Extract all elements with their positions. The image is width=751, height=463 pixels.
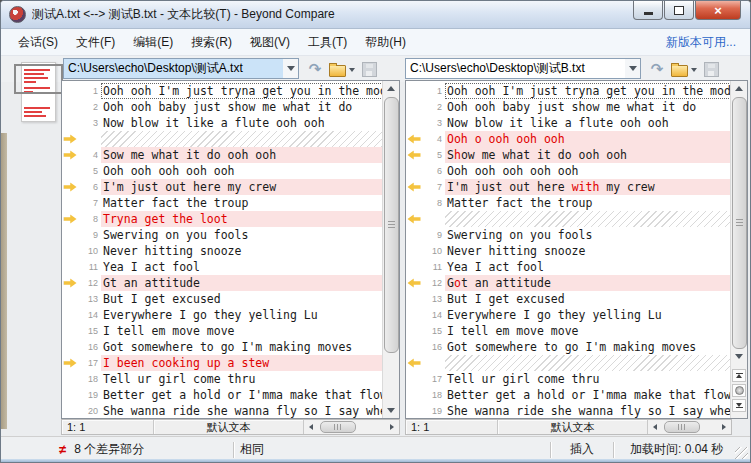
code-line[interactable]: 2Ooh ooh baby just show me what it do (62, 99, 383, 115)
new-version-link[interactable]: 新版本可用... (666, 34, 742, 51)
left-path-dropdown-button[interactable] (283, 59, 298, 78)
scrollbar-thumb[interactable] (384, 97, 399, 353)
line-text: Never hitting snooze (101, 243, 383, 259)
code-line[interactable]: 20She wanna ride she wanna fly so I say … (62, 403, 383, 418)
arrow-cell (406, 323, 422, 339)
code-line[interactable]: 3Now blow it like a flute ooh ooh (62, 115, 383, 131)
right-save-button[interactable] (701, 59, 721, 79)
right-vertical-scrollbar[interactable] (730, 81, 747, 418)
menu-view[interactable]: 视图(V) (241, 30, 299, 55)
left-browse-dropdown[interactable] (347, 65, 356, 74)
right-browse-dropdown[interactable] (689, 65, 698, 74)
code-line[interactable]: 13But I get excused (62, 291, 383, 307)
code-line[interactable]: 1Ooh ooh I'm just tryna get you in the m… (62, 83, 383, 99)
code-line[interactable]: 4Sow me what it do ooh ooh (62, 147, 383, 163)
minimize-button[interactable] (633, 1, 663, 20)
line-number: 8 (422, 195, 445, 211)
code-line[interactable]: 18Tell ur girl come thru (62, 371, 383, 387)
chevron-down-icon (629, 66, 637, 71)
menu-session[interactable]: 会话(S) (9, 30, 67, 55)
text-segment: I'm just out here (447, 180, 572, 194)
minimap-viewport[interactable] (14, 64, 63, 94)
code-line[interactable]: 19Better get a hold or I'mma make that f… (62, 387, 383, 403)
scroll-up-button[interactable] (383, 81, 399, 96)
scroll-down-button[interactable] (731, 349, 747, 364)
code-line[interactable]: 10Never hitting snooze (406, 243, 731, 259)
code-line[interactable]: 3Now blow it like a flute ooh ooh (406, 115, 731, 131)
menu-edit[interactable]: 编辑(E) (124, 30, 182, 55)
left-swap-button[interactable]: ↷ (305, 59, 325, 79)
code-line[interactable]: 9Swerving on you fools (62, 227, 383, 243)
next-difference-button[interactable] (732, 399, 746, 412)
code-line[interactable]: 11Yea I act fool (62, 259, 383, 275)
code-line[interactable]: 8Tryna get the loot (62, 211, 383, 227)
arrow-cell (406, 307, 422, 323)
code-line[interactable]: 12Gt an attitude (62, 275, 383, 291)
code-line[interactable]: 18Better get a hold or I'mma make that f… (406, 387, 731, 403)
code-line[interactable]: 15I tell em move move (406, 323, 731, 339)
code-line[interactable]: 16Got somewhere to go I'm making moves (406, 339, 731, 355)
code-line[interactable]: 12Got an attitude (406, 275, 731, 291)
code-line[interactable]: 14Everywhere I go they yelling Lu (62, 307, 383, 323)
scroll-up-button[interactable] (731, 81, 747, 96)
line-number: 3 (78, 115, 101, 131)
text-segment: Yea I act fool (103, 260, 200, 274)
code-line[interactable]: 14Everywhere I go they yelling Lu (406, 307, 731, 323)
chevron-down-icon (287, 66, 295, 71)
right-path-dropdown-button[interactable] (625, 59, 640, 78)
code-line[interactable]: 7I'm just out here with my crew (406, 179, 731, 195)
menu-file[interactable]: 文件(F) (67, 30, 124, 55)
code-line[interactable]: 13But I get excused (406, 291, 731, 307)
menu-help[interactable]: 帮助(H) (356, 30, 415, 55)
code-line[interactable]: 7Matter fact the troup (62, 195, 383, 211)
diff-right-arrow-icon (64, 279, 77, 288)
scroll-down-button[interactable] (383, 403, 399, 418)
code-line[interactable]: 2Ooh ooh baby just show me what it do (406, 99, 731, 115)
code-line[interactable]: 8Matter fact the troup (406, 195, 731, 211)
scroll-right-button[interactable] (717, 420, 731, 434)
gap-line[interactable] (406, 211, 731, 227)
left-horizontal-scrollbar[interactable] (304, 420, 399, 434)
code-line[interactable]: 10Never hitting snooze (62, 243, 383, 259)
code-line[interactable]: 1Ooh ooh I'm just tryna get you in the m… (406, 83, 731, 99)
left-vertical-scrollbar[interactable] (382, 81, 399, 418)
code-line[interactable]: 5Ooh ooh ooh ooh ooh (62, 163, 383, 179)
right-pane-rows: 1Ooh ooh I'm just tryna get you in the m… (406, 83, 731, 418)
code-line[interactable]: 11Yea I act fool (406, 259, 731, 275)
code-line[interactable]: 9Swerving on you fools (406, 227, 731, 243)
code-line[interactable]: 17I been cooking up a stew (62, 355, 383, 371)
code-line[interactable]: 15I tell em move move (62, 323, 383, 339)
code-line[interactable]: 6I'm just out here my crew (62, 179, 383, 195)
code-line[interactable]: 4Ooh o ooh ooh ooh (406, 131, 731, 147)
menu-bar: 会话(S) 文件(F) 编辑(E) 搜索(R) 视图(V) 工具(T) 帮助(H… (1, 29, 750, 56)
current-difference-button[interactable] (732, 384, 746, 397)
path-toolbar: ↷ ↷ (1, 56, 750, 82)
restore-button[interactable] (664, 1, 694, 20)
right-format-label[interactable]: 默认文本 (498, 420, 648, 434)
right-path-input[interactable] (406, 59, 625, 78)
scroll-right-button[interactable] (385, 420, 399, 434)
prev-difference-button[interactable] (732, 369, 746, 382)
code-line[interactable]: 5Show me what it do ooh ooh (406, 147, 731, 163)
menu-tools[interactable]: 工具(T) (299, 30, 356, 55)
left-path-input[interactable] (64, 59, 283, 78)
scrollbar-thumb[interactable] (732, 97, 747, 349)
right-browse-button[interactable] (669, 59, 689, 79)
gap-line[interactable] (62, 131, 383, 147)
left-browse-button[interactable] (327, 59, 347, 79)
code-line[interactable]: 16Got somewhere to go I'm making moves (62, 339, 383, 355)
gap-line[interactable] (406, 355, 731, 371)
right-swap-button[interactable]: ↷ (647, 59, 667, 79)
code-line[interactable]: 19She wanna ride she wanna fly so I say … (406, 403, 731, 418)
left-format-label[interactable]: 默认文本 (154, 420, 304, 434)
menu-search[interactable]: 搜索(R) (182, 30, 241, 55)
scrollbar-thumb[interactable] (664, 421, 700, 433)
scroll-left-button[interactable] (304, 420, 318, 434)
scrollbar-thumb[interactable] (320, 421, 356, 433)
scroll-left-button[interactable] (648, 420, 662, 434)
right-horizontal-scrollbar[interactable] (648, 420, 731, 434)
close-button[interactable]: × (695, 1, 741, 20)
left-save-button[interactable] (359, 59, 379, 79)
code-line[interactable]: 17Tell ur girl come thru (406, 371, 731, 387)
code-line[interactable]: 6Ooh ooh ooh ooh ooh (406, 163, 731, 179)
